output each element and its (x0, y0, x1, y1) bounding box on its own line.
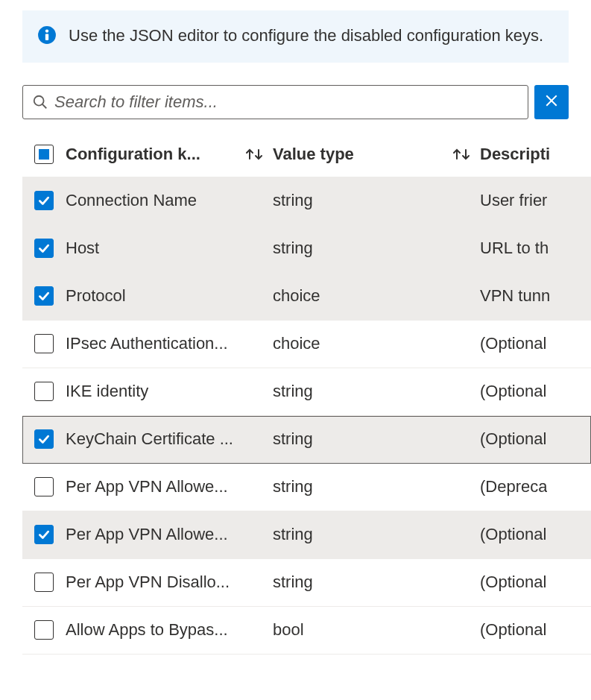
row-checkbox[interactable] (34, 239, 54, 258)
sort-icon (244, 146, 264, 163)
value-type-cell: string (273, 477, 313, 496)
description-cell: (Optional (480, 573, 546, 592)
header-description-label: Descripti (480, 145, 550, 164)
table-row[interactable]: HoststringURL to th (22, 225, 591, 273)
table-row[interactable]: ProtocolchoiceVPN tunn (22, 273, 591, 321)
table-row[interactable]: Per App VPN Allowe...string(Optional (22, 511, 591, 559)
value-type-cell: string (273, 239, 313, 258)
config-keys-table: Configuration k... Value type Descripti … (22, 133, 591, 655)
config-key-cell: Per App VPN Disallo... (66, 573, 264, 592)
config-key-cell: KeyChain Certificate ... (66, 429, 264, 449)
table-header: Configuration k... Value type Descripti (22, 133, 591, 177)
value-type-cell: string (273, 382, 313, 401)
table-row[interactable]: Per App VPN Allowe...string(Depreca (22, 464, 591, 511)
description-cell: (Optional (480, 429, 546, 449)
info-banner-text: Use the JSON editor to configure the dis… (69, 24, 543, 48)
row-checkbox[interactable] (34, 525, 54, 544)
row-checkbox[interactable] (34, 477, 54, 496)
header-value-type-label: Value type (273, 145, 449, 164)
value-type-cell: bool (273, 620, 304, 640)
table-row[interactable]: Allow Apps to Bypas...bool(Optional (22, 607, 591, 655)
row-checkbox[interactable] (34, 286, 54, 306)
row-checkbox[interactable] (34, 382, 54, 401)
svg-point-1 (45, 29, 48, 32)
config-key-cell: IKE identity (66, 382, 264, 401)
row-checkbox[interactable] (34, 429, 54, 449)
value-type-cell: string (273, 525, 313, 544)
table-row[interactable]: IPsec Authentication...choice(Optional (22, 321, 591, 368)
search-input[interactable] (54, 92, 519, 112)
table-row[interactable]: KeyChain Certificate ...string(Optional (22, 416, 591, 464)
header-value-type[interactable]: Value type (273, 145, 480, 164)
header-config-key[interactable]: Configuration k... (66, 145, 273, 164)
config-key-cell: Per App VPN Allowe... (66, 525, 264, 544)
sort-icon (452, 146, 471, 163)
description-cell: (Optional (480, 525, 546, 544)
row-checkbox[interactable] (34, 334, 54, 353)
svg-line-4 (42, 104, 47, 109)
description-cell: (Optional (480, 382, 546, 401)
header-description[interactable]: Descripti (480, 145, 591, 164)
search-field-wrap[interactable] (22, 85, 528, 119)
value-type-cell: choice (273, 334, 320, 353)
svg-rect-2 (45, 34, 48, 40)
table-row[interactable]: Per App VPN Disallo...string(Optional (22, 559, 591, 607)
description-cell: (Optional (480, 620, 546, 640)
description-cell: (Depreca (480, 477, 547, 496)
clear-search-button[interactable] (534, 85, 569, 119)
value-type-cell: string (273, 573, 313, 592)
config-key-cell: Per App VPN Allowe... (66, 477, 264, 496)
config-key-cell: IPsec Authentication... (66, 334, 264, 353)
info-banner: Use the JSON editor to configure the dis… (22, 10, 569, 63)
row-checkbox[interactable] (34, 620, 54, 640)
description-cell: (Optional (480, 334, 546, 353)
close-icon (545, 94, 558, 110)
row-checkbox[interactable] (34, 573, 54, 592)
value-type-cell: choice (273, 286, 320, 306)
row-checkbox[interactable] (34, 191, 54, 210)
description-cell: VPN tunn (480, 286, 550, 306)
search-icon (32, 94, 48, 110)
value-type-cell: string (273, 191, 313, 210)
header-config-key-label: Configuration k... (66, 145, 241, 164)
info-icon (37, 25, 57, 45)
svg-point-3 (34, 96, 44, 106)
select-all-checkbox[interactable] (34, 145, 54, 164)
table-row[interactable]: Connection NamestringUser frier (22, 177, 591, 225)
search-row (22, 85, 569, 119)
table-row[interactable]: IKE identitystring(Optional (22, 368, 591, 416)
config-key-cell: Allow Apps to Bypas... (66, 620, 264, 640)
config-key-cell: Host (66, 239, 264, 258)
description-cell: User frier (480, 191, 547, 210)
value-type-cell: string (273, 429, 313, 449)
config-key-cell: Connection Name (66, 191, 264, 210)
config-key-cell: Protocol (66, 286, 264, 306)
description-cell: URL to th (480, 239, 549, 258)
